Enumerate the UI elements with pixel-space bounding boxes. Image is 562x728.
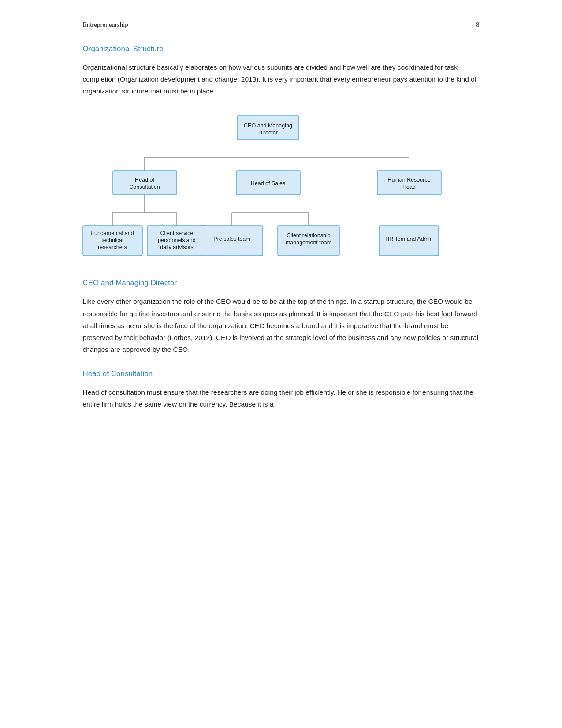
presales-label-new: Pre sales team	[213, 236, 250, 243]
org-structure-heading: Organizational Structure	[83, 45, 480, 53]
document-title: Entrepreneurship	[83, 21, 128, 29]
org-chart: CEO and ManagingDirectorHead ofConsultat…	[83, 111, 480, 279]
ceo-para: Like every other organization the role o…	[83, 295, 480, 355]
hr-team-label-new: HR Tem and Admin	[385, 236, 433, 243]
client-service-label-new: Client servicepersonnels anddaily adviso…	[158, 231, 196, 251]
page-number: 8	[476, 21, 480, 29]
head-consultation-heading: Head of Consultation	[83, 370, 480, 378]
ceo-heading: CEO and Managing Director	[83, 279, 480, 287]
head-consultation-para: Head of consultation must ensure that th…	[83, 386, 480, 410]
page: Entrepreneurship 8 Organizational Struct…	[83, 0, 480, 451]
page-header: Entrepreneurship 8	[83, 21, 480, 29]
org-structure-para: Organizational structure basically elabo…	[83, 61, 480, 97]
sales-label-new: Head of Sales	[250, 181, 285, 187]
org-chart-svg: CEO and ManagingDirectorHead ofConsultat…	[92, 111, 471, 279]
